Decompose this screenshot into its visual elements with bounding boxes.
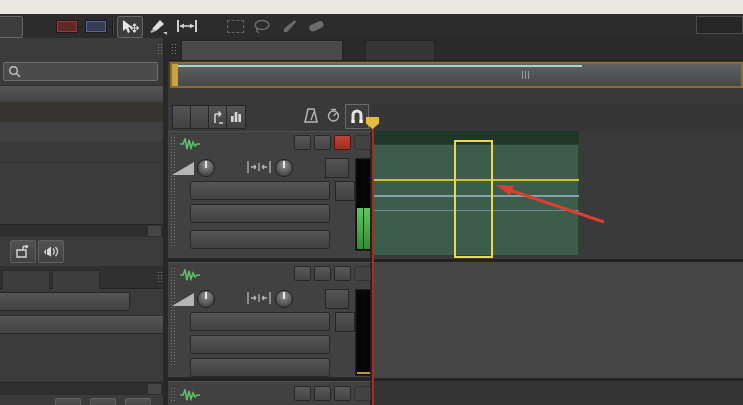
multitrack-view-button[interactable] (0, 16, 23, 38)
move-tool-icon[interactable] (117, 16, 143, 38)
menu-bar (0, 0, 743, 14)
record-arm-button[interactable] (334, 266, 351, 281)
track-drag-handle[interactable] (170, 136, 176, 246)
drive-select[interactable] (0, 292, 130, 311)
horizontal-scrollbar[interactable] (0, 224, 163, 237)
pan-knob[interactable] (275, 159, 293, 177)
pan-knob[interactable] (275, 290, 293, 308)
track-type-icon (180, 138, 200, 150)
track-output-select[interactable] (190, 335, 330, 354)
ibeam-tool-icon[interactable] (203, 16, 219, 36)
marquee-tool-icon[interactable] (224, 16, 246, 36)
file-row[interactable] (0, 102, 163, 123)
speaker-icon (43, 245, 59, 258)
mute-button[interactable] (294, 386, 311, 401)
partial-button[interactable] (90, 398, 116, 405)
pan-icon (247, 160, 271, 174)
solo-button[interactable] (314, 386, 331, 401)
search-input[interactable] (3, 62, 158, 81)
divider (112, 17, 113, 35)
pan-icon (247, 291, 271, 305)
tab-mixer[interactable] (365, 40, 435, 60)
loop-toggle-button[interactable] (172, 105, 192, 129)
track-drag-handle[interactable] (170, 387, 176, 403)
timeline-ruler[interactable] (372, 104, 743, 132)
track-drag-handle[interactable] (170, 267, 176, 367)
scroll-right-icon[interactable] (148, 226, 161, 236)
tab-editor[interactable] (181, 40, 343, 60)
volume-knob[interactable] (197, 290, 215, 308)
file-row[interactable] (0, 122, 163, 143)
panel-drag-handle[interactable] (157, 43, 162, 55)
panel-drag-handle[interactable] (171, 43, 177, 55)
panel-drag-handle[interactable] (157, 271, 162, 283)
time-selection-tool-icon[interactable] (174, 16, 200, 36)
record-arm-button[interactable] (334, 386, 351, 401)
razor-tool-icon[interactable] (146, 16, 170, 36)
metronome-icon[interactable] (303, 108, 319, 126)
playhead-line (372, 117, 374, 405)
waveform-view-icon[interactable] (55, 16, 79, 36)
track-input-select[interactable] (190, 181, 330, 200)
annotation-arrow (488, 178, 623, 233)
markers-tabbar (0, 266, 163, 289)
routing-button[interactable] (208, 105, 228, 129)
import-icon (16, 245, 31, 258)
mute-button[interactable] (294, 266, 311, 281)
mixer-strip-button[interactable] (226, 105, 246, 129)
monitor-speaker-button[interactable] (325, 289, 349, 309)
track2-lane[interactable] (372, 262, 743, 378)
phase-button[interactable] (335, 312, 355, 332)
heal-tool-icon[interactable] (304, 16, 328, 36)
volume-icon (172, 162, 194, 175)
partial-button[interactable] (125, 398, 151, 405)
file-row[interactable] (0, 142, 163, 163)
multitrack-editor-icon[interactable] (84, 16, 108, 36)
navigator-overview-line (178, 65, 582, 67)
solo-button[interactable] (314, 135, 331, 150)
lasso-tool-icon[interactable] (251, 16, 273, 36)
tab-properties[interactable] (52, 270, 100, 289)
track3-lane[interactable] (372, 381, 743, 405)
search-icon (8, 65, 21, 78)
phase-button[interactable] (335, 181, 355, 201)
fx-button[interactable] (190, 105, 210, 129)
monitor-input-button[interactable] (354, 135, 371, 150)
track-type-icon (180, 269, 200, 281)
automation-mode-select[interactable] (190, 358, 330, 377)
monitor-input-button[interactable] (354, 266, 371, 281)
snap-toggle-button[interactable] (345, 104, 369, 129)
monitor-input-button[interactable] (354, 386, 371, 401)
audition-window (0, 0, 743, 405)
track2-controls (168, 262, 372, 378)
workspace-select[interactable] (696, 16, 743, 34)
navigator-grip-icon[interactable] (522, 71, 530, 79)
tab-markers[interactable] (2, 270, 50, 289)
level-meter (355, 158, 371, 251)
routing-icon (212, 110, 224, 124)
zoom-navigator[interactable] (170, 62, 743, 88)
automation-mode-select[interactable] (190, 230, 330, 249)
volume-knob[interactable] (197, 159, 215, 177)
brush-tool-icon[interactable] (278, 16, 300, 36)
record-arm-button[interactable] (334, 135, 351, 150)
markers-column-header[interactable] (0, 315, 163, 334)
track-input-select[interactable] (190, 312, 330, 331)
track-output-select[interactable] (190, 204, 330, 223)
scroll-right-icon[interactable] (148, 384, 161, 394)
navigator-left-handle[interactable] (172, 64, 178, 86)
solo-button[interactable] (314, 266, 331, 281)
metering-icon[interactable] (326, 108, 341, 125)
main-toolbar (0, 14, 743, 39)
preview-play-button[interactable] (38, 240, 64, 263)
monitor-speaker-button[interactable] (325, 158, 349, 178)
editor-tabbar (168, 38, 743, 61)
volume-icon (172, 293, 194, 306)
horizontal-scrollbar[interactable] (0, 382, 163, 395)
bars-icon (230, 111, 242, 123)
partial-button[interactable] (55, 398, 81, 405)
level-meter (355, 289, 371, 376)
track3-controls (168, 381, 372, 405)
mute-button[interactable] (294, 135, 311, 150)
import-file-button[interactable] (10, 240, 36, 263)
